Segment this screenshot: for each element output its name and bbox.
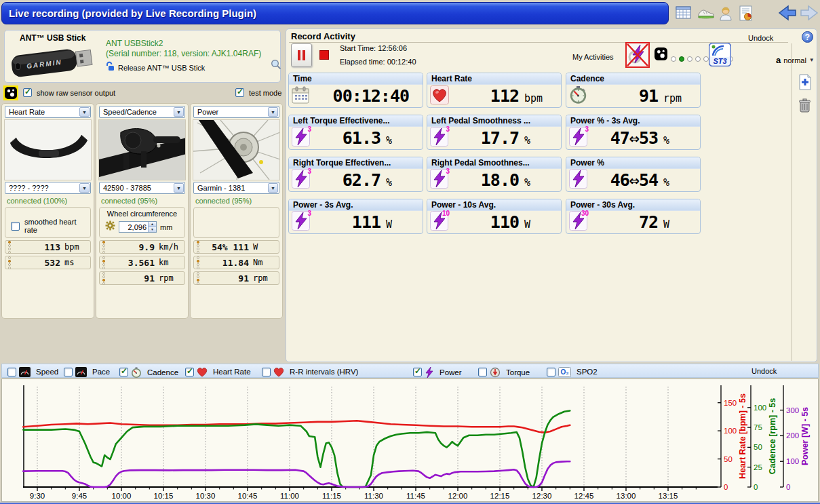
spinner-buttons[interactable]: ▲▼: [148, 222, 156, 232]
sensor-device-select[interactable]: Garmin - 1381▼: [193, 182, 279, 194]
athlete-icon[interactable]: [718, 5, 734, 24]
svg-text:10:30: 10:30: [196, 492, 216, 500]
sensor-device-select[interactable]: ???? - ????▼: [5, 182, 91, 194]
legend-item-pace[interactable]: Pace: [64, 366, 110, 377]
tile-body: 112bpm: [427, 85, 561, 107]
sensor-value: 91: [201, 273, 249, 284]
tile-power-3s-avg[interactable]: Power % - 3s Avg.347⇔53%: [566, 115, 701, 150]
legend-item-torque[interactable]: Torque: [478, 366, 530, 378]
tile-left-torque-effectivene[interactable]: Left Torque Effectivene...361.3%: [288, 115, 423, 150]
tile-heart-rate[interactable]: Heart Rate112bpm: [427, 73, 562, 108]
show-raw-sensor-output-option[interactable]: show raw sensor output: [23, 88, 115, 97]
release-usb-label: Release ANT™ USB Stick: [118, 64, 205, 72]
add-tile-icon[interactable]: [798, 74, 813, 93]
sensor-type-select[interactable]: Speed/Cadence▼: [99, 106, 185, 118]
sensor-type-select[interactable]: Heart Rate▼: [5, 106, 91, 118]
tile-unit: %: [663, 172, 693, 189]
help-icon[interactable]: ?: [802, 31, 813, 43]
sensor-unit: km/h: [159, 242, 183, 252]
record-activity-title: Record Activity: [291, 31, 355, 41]
live-update-indicator: [197, 256, 199, 269]
back-icon[interactable]: [777, 4, 798, 24]
legend-item-cadence[interactable]: Cadence: [119, 366, 178, 378]
tile-power[interactable]: Power %46⇔54%: [566, 157, 701, 192]
tile-time[interactable]: Time00:12:40: [288, 73, 423, 108]
sensor-type-select[interactable]: Power▼: [193, 106, 279, 118]
legend-checkbox-speed[interactable]: [7, 368, 16, 376]
splat-icon[interactable]: [655, 47, 667, 63]
legend-checkbox-heart-rate[interactable]: [185, 368, 194, 376]
tile-value: 00:12:40: [309, 86, 409, 106]
chart-undock-button[interactable]: Undock: [751, 367, 777, 375]
legend-item-spo2[interactable]: O₂SPO2: [547, 366, 598, 377]
tile-body: 318.0%: [427, 169, 561, 191]
wheel-circumference-input[interactable]: 2,096▲▼: [119, 221, 157, 233]
tile-cadence[interactable]: Cadence91rpm: [566, 73, 701, 108]
bolt-badge: 3: [307, 168, 311, 175]
forward-icon[interactable]: [799, 4, 819, 24]
legend-checkbox-spo2[interactable]: [547, 368, 555, 376]
reports-icon[interactable]: [738, 5, 754, 24]
pause-button[interactable]: [291, 43, 312, 67]
athletes-shoe-icon[interactable]: [697, 5, 716, 23]
smoothed-heart-rate-label: smoothed heart rate: [24, 218, 90, 234]
font-size-select[interactable]: a normal ▼: [776, 55, 815, 65]
legend-checkbox-torque[interactable]: [478, 368, 487, 376]
svg-text:0: 0: [786, 483, 790, 491]
tile-value: 46⇔54: [587, 170, 658, 190]
legend-checkbox-cadence[interactable]: [119, 368, 128, 376]
sensor-type-value: Power: [197, 108, 218, 116]
daily-activity-grid-icon[interactable]: [675, 5, 692, 23]
sensor-value-row: 91rpm: [99, 271, 185, 285]
chevron-down-icon: ▼: [268, 107, 278, 117]
svg-text:ST3: ST3: [713, 57, 726, 65]
tile-power-30s-avg[interactable]: Power - 30s Avg.3072W: [566, 199, 701, 234]
legend-checkbox-power[interactable]: [413, 368, 422, 376]
st3-icon[interactable]: ST3: [709, 43, 731, 69]
channel-dot: [695, 56, 701, 62]
tile-unit: rpm: [663, 88, 693, 104]
window-title: Live recording (provided by Live Recordi…: [9, 7, 256, 19]
tile-body: 10110W: [427, 211, 561, 233]
test-mode-option[interactable]: test mode: [235, 88, 281, 97]
legend-checkbox-pace[interactable]: [64, 368, 73, 376]
live-update-indicator: [102, 272, 105, 285]
show-raw-sensor-output-checkbox[interactable]: [23, 88, 32, 97]
gear-icon[interactable]: [105, 220, 115, 233]
tile-value: 112: [449, 86, 519, 106]
tile-body: 3111W: [289, 211, 423, 233]
tile-value: 18.0: [448, 170, 519, 190]
bolt-badge: 3: [307, 125, 311, 133]
tile-right-pedal-smoothnes[interactable]: Right Pedal Smoothnes...318.0%: [427, 157, 562, 192]
sensor-value-row: 11.84Nm: [193, 256, 279, 269]
search-sensors-icon[interactable]: [271, 59, 281, 73]
tile-left-pedal-smoothness[interactable]: Left Pedal Smoothness ...317.7%: [427, 115, 562, 150]
my-activities-label: My Activities: [572, 53, 614, 61]
tile-power-10s-avg[interactable]: Power - 10s Avg.10110W: [427, 199, 562, 234]
svg-text:75: 75: [754, 423, 762, 431]
sensor-device-select[interactable]: 42590 - 37885▼: [99, 182, 185, 194]
legend-item-r-r-intervals-hrv[interactable]: R-R intervals (HRV): [262, 366, 358, 377]
tile-right-torque-effectiven[interactable]: Right Torque Effectiven...362.7%: [288, 157, 423, 192]
delete-tile-icon[interactable]: [798, 98, 811, 115]
tile-power-3s-avg[interactable]: Power - 3s Avg.3111W: [288, 199, 423, 234]
svg-text:100: 100: [786, 457, 799, 465]
activity-upload-disabled-icon[interactable]: [625, 42, 650, 71]
plugin-splat-icon: [3, 85, 18, 100]
smoothed-heart-rate-checkbox[interactable]: [11, 222, 20, 231]
bolt-icon: 3: [430, 169, 448, 191]
usb-stick-image: GARMIN: [7, 41, 102, 83]
release-usb-link[interactable]: Release ANT™ USB Stick: [106, 61, 205, 74]
smoothed-heart-rate-option[interactable]: smoothed heart rate: [5, 208, 90, 234]
legend-item-power[interactable]: Power: [413, 366, 462, 378]
legend-checkbox-r-r-intervals-hrv[interactable]: [262, 368, 271, 376]
live-update-indicator: [102, 256, 105, 269]
test-mode-checkbox[interactable]: [235, 88, 244, 97]
legend-item-speed[interactable]: Speed: [7, 366, 58, 377]
record-undock-button[interactable]: Undock: [748, 34, 773, 42]
tile-body: 91rpm: [566, 85, 700, 107]
stop-button[interactable]: [319, 50, 329, 60]
tile-body: 00:12:40: [289, 85, 423, 107]
legend-item-heart-rate[interactable]: Heart Rate: [185, 366, 251, 377]
bolt-badge: 3: [307, 210, 311, 217]
